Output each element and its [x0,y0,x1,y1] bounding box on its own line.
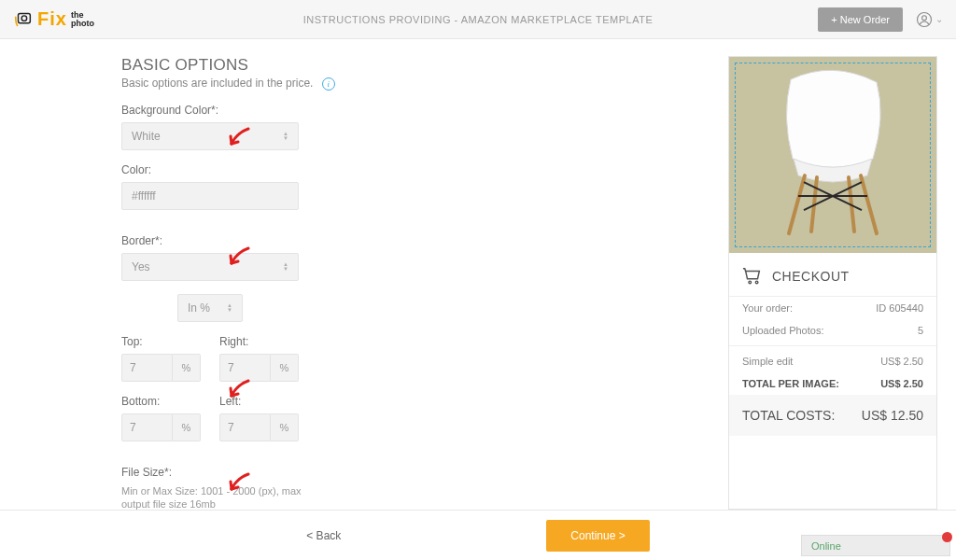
notification-badge [942,532,952,542]
total-label: TOTAL COSTS: [742,408,835,423]
svg-point-11 [749,281,752,284]
left-input[interactable]: 7 [219,413,271,441]
order-label: Your order: [742,302,793,314]
chat-status: Online [811,540,841,552]
line-item-row: Simple edit US$ 2.50 [729,350,936,372]
total-row: TOTAL COSTS: US$ 12.50 [729,395,936,436]
svg-line-4 [789,175,805,233]
bg-color-value: White [132,130,161,143]
checkout-title: CHECKOUT [772,269,850,284]
top-input[interactable]: 7 [121,354,173,382]
per-image-label: TOTAL PER IMAGE: [742,378,839,389]
bottom-label: Bottom: [121,395,201,408]
total-value: US$ 12.50 [862,408,923,423]
border-select[interactable]: Yes ▲▼ [121,253,299,281]
line-item-name: Simple edit [742,356,793,367]
section-hint: Basic options are included in the price.… [121,77,710,91]
color-label: Color: [121,163,710,176]
per-image-value: US$ 2.50 [880,378,923,389]
section-heading: BASIC OPTIONS [121,56,710,75]
border-label: Border*: [121,234,710,247]
chat-widget[interactable]: Online [801,535,950,556]
left-label: Left: [219,395,299,408]
top-unit: % [173,354,201,382]
filesize-label: File Size*: [121,466,710,479]
right-input[interactable]: 7 [219,354,271,382]
bottom-unit: % [173,413,201,441]
per-image-row: TOTAL PER IMAGE: US$ 2.50 [729,372,936,395]
order-row: Your order: ID 605440 [729,297,936,319]
continue-button[interactable]: Continue > [546,520,649,552]
order-id: ID 605440 [876,302,923,314]
left-unit: % [271,413,299,441]
top-label: Top: [121,335,201,348]
color-value: #ffffff [132,189,156,203]
unit-select[interactable]: In % ▲▼ [177,294,243,322]
select-caret-icon: ▲▼ [283,132,288,141]
page-title: INSTRUCTIONS PROVIDING - AMAZON MARKETPL… [0,14,956,25]
options-form: BASIC OPTIONS Basic options are included… [19,56,710,510]
app-header: Fix the photo INSTRUCTIONS PROVIDING - A… [0,0,956,39]
bg-color-select[interactable]: White ▲▼ [121,122,299,150]
product-image [763,65,903,238]
svg-line-5 [861,175,877,233]
select-caret-icon: ▲▼ [227,303,232,313]
bottom-input[interactable]: 7 [121,413,173,441]
bg-color-label: Background Color*: [121,104,710,117]
right-label: Right: [219,335,299,348]
info-icon[interactable]: i [322,77,335,91]
checkout-heading: CHECKOUT [729,253,936,297]
checkout-panel: CHECKOUT Your order: ID 605440 Uploaded … [728,56,937,510]
filesize-hint: Min or Max Size: 1001 - 2000 (px), max o… [121,484,317,511]
border-value: Yes [132,260,150,273]
photos-label: Uploaded Photos: [742,325,823,336]
photos-row: Uploaded Photos: 5 [729,319,936,342]
cart-icon [742,266,763,287]
select-caret-icon: ▲▼ [283,262,288,272]
main-content: BASIC OPTIONS Basic options are included… [0,39,956,510]
right-unit: % [271,354,299,382]
photos-count: 5 [918,325,923,336]
color-input[interactable]: #ffffff [121,182,299,210]
svg-point-12 [755,281,758,284]
image-preview [729,57,936,253]
section-hint-text: Basic options are included in the price. [121,77,313,90]
line-item-price: US$ 2.50 [880,356,923,367]
unit-value: In % [188,301,210,315]
back-button[interactable]: < Back [306,529,341,542]
